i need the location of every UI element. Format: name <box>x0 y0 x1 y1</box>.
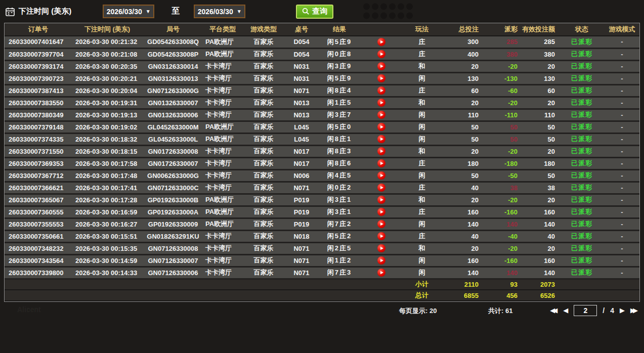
cell-icon <box>361 121 402 133</box>
play-video-icon[interactable] <box>377 147 385 155</box>
play-video-icon[interactable] <box>377 269 385 277</box>
cell-bet: 400 <box>442 48 483 60</box>
cell-payout: -20 <box>483 60 522 72</box>
play-video-icon[interactable] <box>377 50 385 58</box>
cell-payout: 50 <box>483 133 522 145</box>
current-page-input[interactable] <box>574 305 597 316</box>
query-button[interactable]: 查询 <box>296 5 333 19</box>
subtotal-label: 小计 <box>402 279 442 290</box>
play-video-icon[interactable] <box>377 220 385 228</box>
cell-table_no: P019 <box>285 194 318 206</box>
play-video-icon[interactable] <box>377 62 385 70</box>
cell-mode: - <box>605 267 639 279</box>
cell-time: 2026-03-30 00:16:59 <box>72 206 143 218</box>
cell-mode: - <box>605 242 639 254</box>
play-video-icon[interactable] <box>377 196 385 204</box>
play-video-icon[interactable] <box>377 38 385 46</box>
cell-bet: 20 <box>442 97 483 109</box>
table-row: 2603300073650672026-03-30 00:17:28GP0192… <box>5 194 639 206</box>
table-row: 2603300073874132026-03-30 00:20:04GN0712… <box>5 84 639 97</box>
play-video-icon[interactable] <box>377 74 385 82</box>
cell-time: 2026-03-30 00:14:59 <box>72 254 143 267</box>
cell-order: 260330007383550 <box>5 97 72 109</box>
cell-mode: - <box>605 97 639 109</box>
per-page-label: 每页显示: 20 <box>399 306 437 316</box>
play-video-icon[interactable] <box>377 244 385 252</box>
cell-order: 260330007401647 <box>5 36 72 48</box>
first-page-icon[interactable]: ◀◀ <box>550 304 557 317</box>
cell-table_no: N013 <box>285 109 318 121</box>
date-to-select[interactable]: 2026/03/30 ▼ <box>194 5 245 18</box>
play-video-icon[interactable] <box>377 111 385 119</box>
cell-time: 2026-03-30 00:16:27 <box>72 218 143 230</box>
cell-icon <box>361 267 402 279</box>
cell-time: 2026-03-30 00:19:02 <box>72 121 143 133</box>
cell-bet: 300 <box>442 36 483 48</box>
cell-status: 已派彩 <box>559 194 605 206</box>
subtotal-row: 小计2110932073 <box>5 279 639 290</box>
next-page-icon[interactable]: ▶ <box>620 304 625 317</box>
cell-table_no: P019 <box>285 218 318 230</box>
cell-platform: PA欧洲厅 <box>203 121 242 133</box>
cell-play: 和 <box>402 97 442 109</box>
pager: ◀◀ ◀ / 4 ▶ ▶▶ <box>550 304 638 317</box>
subtotal-spacer <box>5 279 402 290</box>
play-video-icon[interactable] <box>377 135 385 143</box>
cell-play: 和 <box>402 145 442 157</box>
cell-order: 260330007393174 <box>5 60 72 72</box>
cell-table_no: N013 <box>285 97 318 109</box>
column-header-table_no: 桌号 <box>285 23 318 36</box>
play-video-icon[interactable] <box>377 86 385 95</box>
cell-status: 已派彩 <box>559 230 605 242</box>
cell-order: 260330007348232 <box>5 242 72 254</box>
cell-mode: - <box>605 133 639 145</box>
cell-table_no: N071 <box>285 84 318 97</box>
cell-round: GN03126330013 <box>143 72 203 84</box>
play-video-icon[interactable] <box>377 208 385 216</box>
cell-game: 百家乐 <box>242 194 285 206</box>
cell-status: 已派彩 <box>559 97 605 109</box>
cell-table_no: D054 <box>285 48 318 60</box>
cell-round: GN0712633000C <box>143 182 203 194</box>
cell-mode: - <box>605 218 639 230</box>
total-pages-label: 4 <box>610 306 614 315</box>
bets-table: 订单号下注时间 (美东)局号平台类型游戏类型桌号结果玩法总投注派彩有效投注额状态… <box>5 23 639 301</box>
cell-result: 闲3庄9 <box>318 60 361 72</box>
cell-platform: 卡卡湾厅 <box>203 242 242 254</box>
table-row: 2603300073435642026-03-30 00:14:59GN0712… <box>5 254 639 267</box>
cell-status: 已派彩 <box>559 169 605 182</box>
cell-result: 闲5庄2 <box>318 230 361 242</box>
cell-table_no: N071 <box>285 182 318 194</box>
play-video-icon[interactable] <box>377 123 385 131</box>
cell-time: 2026-03-30 00:15:35 <box>72 242 143 254</box>
cell-order: 260330007367712 <box>5 169 72 182</box>
cell-bet: 50 <box>442 121 483 133</box>
play-video-icon[interactable] <box>377 256 385 264</box>
cell-time: 2026-03-30 00:17:41 <box>72 182 143 194</box>
cell-mode: - <box>605 157 639 169</box>
play-video-icon[interactable] <box>377 159 385 167</box>
cell-time: 2026-03-30 00:14:33 <box>72 267 143 279</box>
cell-time: 2026-03-30 00:17:58 <box>72 157 143 169</box>
last-page-icon[interactable]: ▶▶ <box>630 304 638 317</box>
cell-time: 2026-03-30 00:21:32 <box>72 36 143 48</box>
play-video-icon[interactable] <box>377 171 385 180</box>
cell-play: 庄 <box>402 84 442 97</box>
play-video-icon[interactable] <box>377 99 385 107</box>
cell-icon <box>361 194 402 206</box>
column-header-game: 游戏类型 <box>242 23 285 36</box>
play-video-icon[interactable] <box>377 232 385 240</box>
table-row: 2603300073693532026-03-30 00:17:58GN0172… <box>5 157 639 169</box>
cell-round: GD0542633008Q <box>143 36 203 48</box>
table-row: 2603300073555532026-03-30 00:16:27GP0192… <box>5 218 639 230</box>
column-header-icon <box>361 23 402 36</box>
cell-order: 260330007390723 <box>5 72 72 84</box>
cell-bet: 60 <box>442 84 483 97</box>
date-from-select[interactable]: 2026/03/30 ▼ <box>103 5 154 18</box>
cell-time: 2026-03-30 00:15:51 <box>72 230 143 242</box>
cell-round: GN03126330014 <box>143 60 203 72</box>
prev-page-icon[interactable]: ◀ <box>563 304 568 317</box>
play-video-icon[interactable] <box>377 184 385 192</box>
cell-bet: 40 <box>442 230 483 242</box>
total-valid: 6526 <box>522 290 559 301</box>
